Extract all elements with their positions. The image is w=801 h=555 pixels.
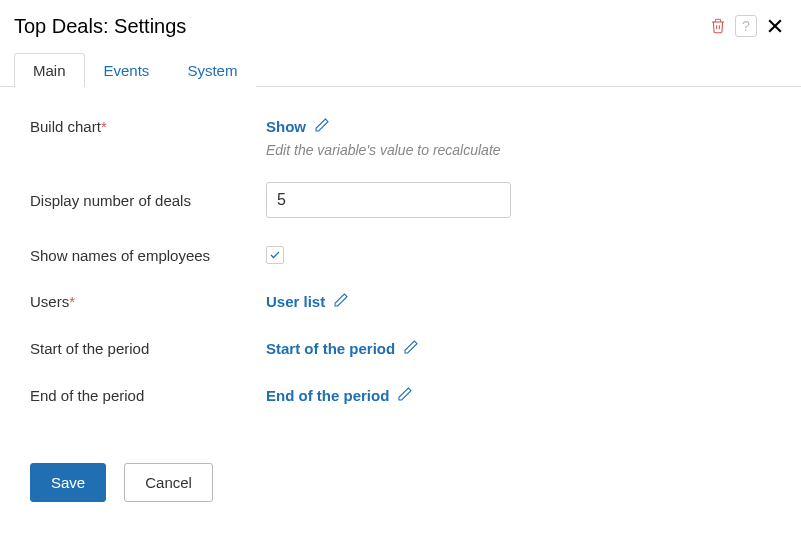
pencil-icon <box>333 292 349 311</box>
start-period-value-text: Start of the period <box>266 340 395 357</box>
build-chart-label-text: Build chart <box>30 118 101 135</box>
users-label: Users* <box>30 293 266 310</box>
cancel-button[interactable]: Cancel <box>124 463 213 502</box>
show-names-label: Show names of employees <box>30 247 266 264</box>
settings-form: Build chart* Show Edit the variable's va… <box>0 87 801 447</box>
tab-events[interactable]: Events <box>85 53 169 87</box>
tab-bar: Main Events System <box>0 38 801 87</box>
build-chart-value[interactable]: Show <box>266 117 330 136</box>
help-icon[interactable]: ? <box>735 15 757 37</box>
save-button[interactable]: Save <box>30 463 106 502</box>
build-chart-value-text: Show <box>266 118 306 135</box>
display-number-label: Display number of deals <box>30 192 266 209</box>
header-actions: ? <box>707 14 787 38</box>
tab-main[interactable]: Main <box>14 53 85 87</box>
end-period-label: End of the period <box>30 387 266 404</box>
end-period-value-text: End of the period <box>266 387 389 404</box>
users-label-text: Users <box>30 293 69 310</box>
close-icon[interactable] <box>763 14 787 38</box>
tab-system[interactable]: System <box>168 53 256 87</box>
form-buttons: Save Cancel <box>0 463 801 502</box>
start-period-label: Start of the period <box>30 340 266 357</box>
build-chart-label: Build chart* <box>30 118 266 135</box>
page-title: Top Deals: Settings <box>14 15 186 38</box>
build-chart-hint: Edit the variable's value to recalculate <box>266 142 787 158</box>
users-value-text: User list <box>266 293 325 310</box>
start-period-value[interactable]: Start of the period <box>266 339 419 358</box>
display-number-input[interactable] <box>266 182 511 218</box>
pencil-icon <box>403 339 419 358</box>
pencil-icon <box>397 386 413 405</box>
end-period-value[interactable]: End of the period <box>266 386 413 405</box>
show-names-checkbox[interactable] <box>266 246 284 264</box>
delete-icon[interactable] <box>707 15 729 37</box>
pencil-icon <box>314 117 330 136</box>
users-value[interactable]: User list <box>266 292 349 311</box>
